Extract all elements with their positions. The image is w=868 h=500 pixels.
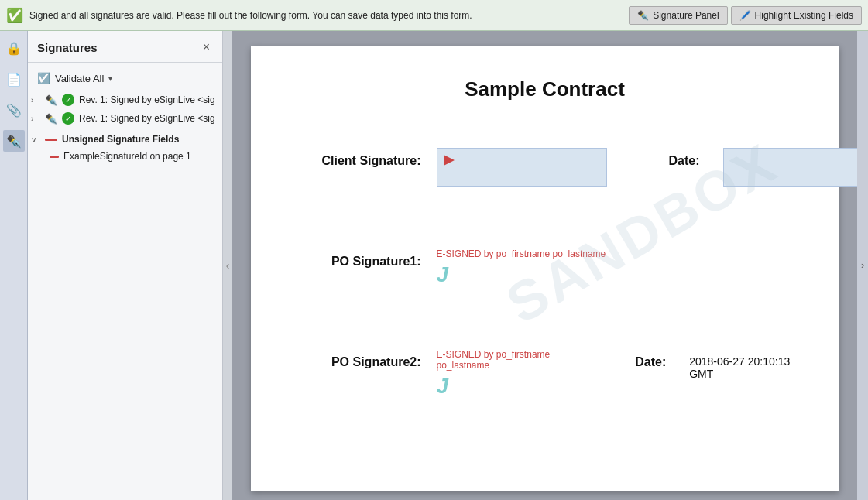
signature-panel-icon: ✒️	[637, 10, 649, 21]
po-signature2-label: PO Signature2:	[297, 349, 421, 369]
po-signature2-date-value: 2018-06-27 20:10:13 GMT	[689, 349, 792, 380]
po-signature2-esigned-text: E-SIGNED by po_firstname po_lastname	[437, 349, 574, 371]
sig-type-icon-2: ✒️	[45, 113, 57, 125]
po-signature2-esigned: E-SIGNED by po_firstname po_lastname J	[437, 349, 574, 399]
sig-item-2[interactable]: › ✒️ ✓ Rev. 1: Signed by eSignLive <sig	[28, 109, 222, 128]
main-layout: 🔒 📄 📎 ✒️ Signatures × ☑️ Validate All ▾ …	[0, 31, 868, 500]
validate-dropdown-icon[interactable]: ▾	[108, 74, 112, 83]
highlight-fields-button[interactable]: 🖊️ Highlight Existing Fields	[731, 6, 862, 25]
unsigned-child-text-1: ExampleSignatureId on page 1	[63, 151, 191, 162]
unsigned-header[interactable]: ∨ Unsigned Signature Fields	[28, 131, 222, 148]
sig-check-2: ✓	[62, 112, 74, 125]
sig-text-2: Rev. 1: Signed by eSignLive <sig	[79, 113, 216, 124]
sig-item-1[interactable]: › ✒️ ✓ Rev. 1: Signed by eSignLive <sig	[28, 91, 222, 109]
client-signature-field[interactable]	[437, 148, 607, 187]
po-signature1-esigned-text: E-SIGNED by po_firstname po_lastname	[437, 248, 606, 259]
document-area[interactable]: SANDBOX Sample Contract Client Signature…	[232, 31, 857, 500]
po-signature2-date-label: Date:	[635, 349, 666, 369]
icon-rail: 🔒 📄 📎 ✒️	[0, 31, 28, 500]
po-signature1-row: PO Signature1: E-SIGNED by po_firstname …	[297, 248, 793, 287]
chevron-right-icon-2: ›	[31, 115, 40, 123]
chevron-right-icon-1: ›	[31, 96, 40, 104]
signatures-panel-title: Signatures	[37, 41, 98, 54]
po-signature2-initial: J	[437, 374, 449, 399]
right-collapse-handle[interactable]: ›	[857, 31, 868, 500]
toolbar-buttons: ✒️ Signature Panel 🖊️ Highlight Existing…	[629, 6, 862, 25]
unsigned-child-1[interactable]: ExampleSignatureId on page 1	[28, 148, 222, 165]
client-date-field[interactable]	[723, 148, 857, 187]
arrow-indicator	[444, 155, 455, 166]
panel-resize-handle[interactable]: ‹	[223, 31, 232, 500]
signatures-panel-header: Signatures ×	[28, 31, 222, 63]
chevron-down-icon: ∨	[31, 135, 40, 144]
document-page: SANDBOX Sample Contract Client Signature…	[251, 46, 839, 491]
clip-icon[interactable]: 📎	[3, 99, 25, 121]
po-signature1-label: PO Signature1:	[297, 248, 421, 269]
top-bar: ✅ Signed and all signatures are valid. P…	[0, 0, 868, 31]
signature-panel-button[interactable]: ✒️ Signature Panel	[629, 6, 727, 25]
dash-icon	[45, 139, 57, 141]
unsigned-group: ∨ Unsigned Signature Fields ExampleSigna…	[28, 128, 222, 168]
sig-check-1: ✓	[62, 94, 74, 106]
close-button[interactable]: ×	[200, 39, 213, 56]
po-signature1-esigned: E-SIGNED by po_firstname po_lastname J	[437, 248, 606, 287]
valid-signature-icon: ✅	[6, 7, 23, 24]
client-signature-row: Client Signature: Date:	[297, 148, 793, 187]
unsigned-label: Unsigned Signature Fields	[62, 134, 179, 145]
validate-all-label: Validate All	[55, 73, 104, 84]
validate-all-row[interactable]: ☑️ Validate All ▾	[28, 69, 222, 91]
mini-dash-icon	[50, 156, 59, 158]
validate-icon: ☑️	[37, 72, 50, 84]
pages-icon[interactable]: 📄	[3, 68, 25, 90]
sig-type-icon-1: ✒️	[45, 94, 57, 106]
client-signature-label: Client Signature:	[297, 148, 421, 168]
right-arrow-icon: ›	[861, 260, 864, 271]
sig-text-1: Rev. 1: Signed by eSignLive <sig	[79, 94, 216, 105]
document-title: Sample Contract	[297, 77, 793, 101]
lock-icon[interactable]: 🔒	[3, 37, 25, 59]
client-date-label: Date:	[669, 148, 700, 168]
status-area: ✅ Signed and all signatures are valid. P…	[6, 7, 472, 24]
po-signature1-initial: J	[437, 262, 449, 287]
resize-arrow-icon: ‹	[226, 259, 230, 272]
highlight-icon: 🖊️	[739, 10, 751, 21]
signatures-panel-body: ☑️ Validate All ▾ › ✒️ ✓ Rev. 1: Signed …	[28, 63, 222, 174]
po-signature2-row: PO Signature2: E-SIGNED by po_firstname …	[297, 349, 793, 399]
signature-icon[interactable]: ✒️	[3, 130, 25, 152]
status-text: Signed and all signatures are valid. Ple…	[29, 10, 472, 21]
signatures-panel: Signatures × ☑️ Validate All ▾ › ✒️ ✓ Re…	[28, 31, 223, 500]
